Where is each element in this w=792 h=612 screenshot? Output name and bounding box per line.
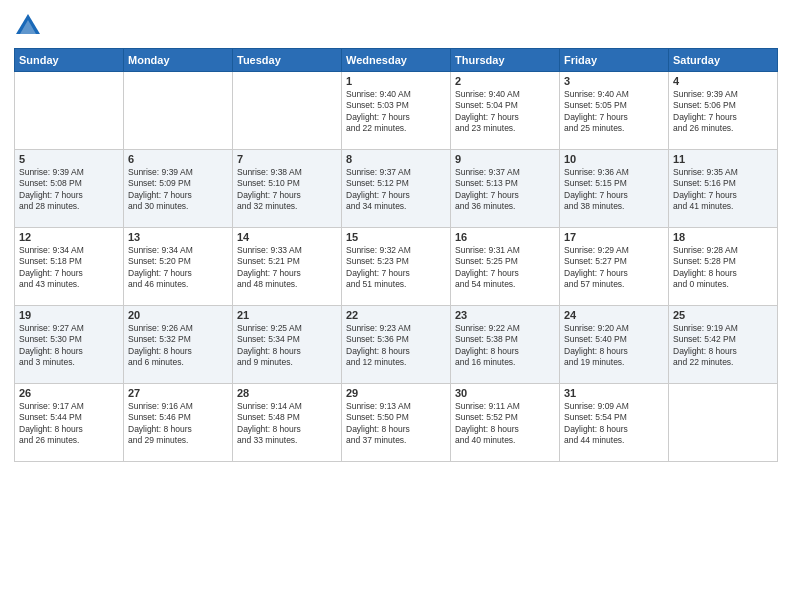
- day-number: 31: [564, 387, 664, 399]
- day-info: Sunrise: 9:17 AM Sunset: 5:44 PM Dayligh…: [19, 401, 119, 447]
- day-info: Sunrise: 9:22 AM Sunset: 5:38 PM Dayligh…: [455, 323, 555, 369]
- day-info: Sunrise: 9:39 AM Sunset: 5:09 PM Dayligh…: [128, 167, 228, 213]
- day-info: Sunrise: 9:39 AM Sunset: 5:08 PM Dayligh…: [19, 167, 119, 213]
- header-cell-tuesday: Tuesday: [233, 49, 342, 72]
- calendar-cell: 21Sunrise: 9:25 AM Sunset: 5:34 PM Dayli…: [233, 306, 342, 384]
- day-info: Sunrise: 9:11 AM Sunset: 5:52 PM Dayligh…: [455, 401, 555, 447]
- day-info: Sunrise: 9:40 AM Sunset: 5:03 PM Dayligh…: [346, 89, 446, 135]
- calendar-cell: 10Sunrise: 9:36 AM Sunset: 5:15 PM Dayli…: [560, 150, 669, 228]
- day-info: Sunrise: 9:32 AM Sunset: 5:23 PM Dayligh…: [346, 245, 446, 291]
- calendar-cell: 26Sunrise: 9:17 AM Sunset: 5:44 PM Dayli…: [15, 384, 124, 462]
- day-info: Sunrise: 9:09 AM Sunset: 5:54 PM Dayligh…: [564, 401, 664, 447]
- calendar-cell: 3Sunrise: 9:40 AM Sunset: 5:05 PM Daylig…: [560, 72, 669, 150]
- day-number: 11: [673, 153, 773, 165]
- calendar-table: SundayMondayTuesdayWednesdayThursdayFrid…: [14, 48, 778, 462]
- calendar-cell: 25Sunrise: 9:19 AM Sunset: 5:42 PM Dayli…: [669, 306, 778, 384]
- day-number: 10: [564, 153, 664, 165]
- day-number: 17: [564, 231, 664, 243]
- week-row-1: 5Sunrise: 9:39 AM Sunset: 5:08 PM Daylig…: [15, 150, 778, 228]
- day-number: 2: [455, 75, 555, 87]
- calendar-cell: 29Sunrise: 9:13 AM Sunset: 5:50 PM Dayli…: [342, 384, 451, 462]
- calendar-cell: 13Sunrise: 9:34 AM Sunset: 5:20 PM Dayli…: [124, 228, 233, 306]
- calendar-cell: 19Sunrise: 9:27 AM Sunset: 5:30 PM Dayli…: [15, 306, 124, 384]
- calendar-header: SundayMondayTuesdayWednesdayThursdayFrid…: [15, 49, 778, 72]
- day-info: Sunrise: 9:37 AM Sunset: 5:13 PM Dayligh…: [455, 167, 555, 213]
- day-info: Sunrise: 9:39 AM Sunset: 5:06 PM Dayligh…: [673, 89, 773, 135]
- calendar-cell: 11Sunrise: 9:35 AM Sunset: 5:16 PM Dayli…: [669, 150, 778, 228]
- calendar-cell: 14Sunrise: 9:33 AM Sunset: 5:21 PM Dayli…: [233, 228, 342, 306]
- day-number: 21: [237, 309, 337, 321]
- calendar-cell: [124, 72, 233, 150]
- day-number: 20: [128, 309, 228, 321]
- calendar-cell: [233, 72, 342, 150]
- logo: [14, 12, 46, 40]
- day-info: Sunrise: 9:34 AM Sunset: 5:20 PM Dayligh…: [128, 245, 228, 291]
- calendar-cell: 6Sunrise: 9:39 AM Sunset: 5:09 PM Daylig…: [124, 150, 233, 228]
- day-number: 15: [346, 231, 446, 243]
- calendar-cell: 22Sunrise: 9:23 AM Sunset: 5:36 PM Dayli…: [342, 306, 451, 384]
- day-info: Sunrise: 9:25 AM Sunset: 5:34 PM Dayligh…: [237, 323, 337, 369]
- day-number: 12: [19, 231, 119, 243]
- day-number: 6: [128, 153, 228, 165]
- day-info: Sunrise: 9:33 AM Sunset: 5:21 PM Dayligh…: [237, 245, 337, 291]
- day-number: 28: [237, 387, 337, 399]
- day-info: Sunrise: 9:14 AM Sunset: 5:48 PM Dayligh…: [237, 401, 337, 447]
- day-info: Sunrise: 9:36 AM Sunset: 5:15 PM Dayligh…: [564, 167, 664, 213]
- header-cell-thursday: Thursday: [451, 49, 560, 72]
- week-row-0: 1Sunrise: 9:40 AM Sunset: 5:03 PM Daylig…: [15, 72, 778, 150]
- day-info: Sunrise: 9:13 AM Sunset: 5:50 PM Dayligh…: [346, 401, 446, 447]
- calendar-cell: 9Sunrise: 9:37 AM Sunset: 5:13 PM Daylig…: [451, 150, 560, 228]
- day-number: 23: [455, 309, 555, 321]
- day-info: Sunrise: 9:27 AM Sunset: 5:30 PM Dayligh…: [19, 323, 119, 369]
- day-number: 16: [455, 231, 555, 243]
- day-info: Sunrise: 9:23 AM Sunset: 5:36 PM Dayligh…: [346, 323, 446, 369]
- day-info: Sunrise: 9:35 AM Sunset: 5:16 PM Dayligh…: [673, 167, 773, 213]
- day-number: 24: [564, 309, 664, 321]
- day-number: 14: [237, 231, 337, 243]
- logo-icon: [14, 12, 42, 40]
- calendar-cell: 15Sunrise: 9:32 AM Sunset: 5:23 PM Dayli…: [342, 228, 451, 306]
- day-info: Sunrise: 9:26 AM Sunset: 5:32 PM Dayligh…: [128, 323, 228, 369]
- calendar-cell: [15, 72, 124, 150]
- day-info: Sunrise: 9:16 AM Sunset: 5:46 PM Dayligh…: [128, 401, 228, 447]
- day-number: 26: [19, 387, 119, 399]
- header-cell-wednesday: Wednesday: [342, 49, 451, 72]
- header-row: SundayMondayTuesdayWednesdayThursdayFrid…: [15, 49, 778, 72]
- page: SundayMondayTuesdayWednesdayThursdayFrid…: [0, 0, 792, 612]
- day-info: Sunrise: 9:19 AM Sunset: 5:42 PM Dayligh…: [673, 323, 773, 369]
- week-row-3: 19Sunrise: 9:27 AM Sunset: 5:30 PM Dayli…: [15, 306, 778, 384]
- calendar-body: 1Sunrise: 9:40 AM Sunset: 5:03 PM Daylig…: [15, 72, 778, 462]
- week-row-4: 26Sunrise: 9:17 AM Sunset: 5:44 PM Dayli…: [15, 384, 778, 462]
- day-number: 27: [128, 387, 228, 399]
- day-info: Sunrise: 9:20 AM Sunset: 5:40 PM Dayligh…: [564, 323, 664, 369]
- calendar-cell: 2Sunrise: 9:40 AM Sunset: 5:04 PM Daylig…: [451, 72, 560, 150]
- calendar-cell: 20Sunrise: 9:26 AM Sunset: 5:32 PM Dayli…: [124, 306, 233, 384]
- calendar-cell: 28Sunrise: 9:14 AM Sunset: 5:48 PM Dayli…: [233, 384, 342, 462]
- day-number: 1: [346, 75, 446, 87]
- day-info: Sunrise: 9:40 AM Sunset: 5:04 PM Dayligh…: [455, 89, 555, 135]
- day-number: 5: [19, 153, 119, 165]
- day-number: 22: [346, 309, 446, 321]
- day-number: 7: [237, 153, 337, 165]
- day-info: Sunrise: 9:38 AM Sunset: 5:10 PM Dayligh…: [237, 167, 337, 213]
- day-number: 19: [19, 309, 119, 321]
- calendar-cell: 1Sunrise: 9:40 AM Sunset: 5:03 PM Daylig…: [342, 72, 451, 150]
- calendar-cell: 5Sunrise: 9:39 AM Sunset: 5:08 PM Daylig…: [15, 150, 124, 228]
- day-info: Sunrise: 9:37 AM Sunset: 5:12 PM Dayligh…: [346, 167, 446, 213]
- calendar-cell: 4Sunrise: 9:39 AM Sunset: 5:06 PM Daylig…: [669, 72, 778, 150]
- day-number: 25: [673, 309, 773, 321]
- calendar-cell: 24Sunrise: 9:20 AM Sunset: 5:40 PM Dayli…: [560, 306, 669, 384]
- day-info: Sunrise: 9:29 AM Sunset: 5:27 PM Dayligh…: [564, 245, 664, 291]
- header-cell-friday: Friday: [560, 49, 669, 72]
- calendar-cell: 30Sunrise: 9:11 AM Sunset: 5:52 PM Dayli…: [451, 384, 560, 462]
- calendar-cell: [669, 384, 778, 462]
- calendar-cell: 7Sunrise: 9:38 AM Sunset: 5:10 PM Daylig…: [233, 150, 342, 228]
- day-info: Sunrise: 9:40 AM Sunset: 5:05 PM Dayligh…: [564, 89, 664, 135]
- day-info: Sunrise: 9:31 AM Sunset: 5:25 PM Dayligh…: [455, 245, 555, 291]
- week-row-2: 12Sunrise: 9:34 AM Sunset: 5:18 PM Dayli…: [15, 228, 778, 306]
- header: [14, 12, 778, 40]
- day-number: 4: [673, 75, 773, 87]
- day-number: 9: [455, 153, 555, 165]
- day-info: Sunrise: 9:28 AM Sunset: 5:28 PM Dayligh…: [673, 245, 773, 291]
- calendar-cell: 8Sunrise: 9:37 AM Sunset: 5:12 PM Daylig…: [342, 150, 451, 228]
